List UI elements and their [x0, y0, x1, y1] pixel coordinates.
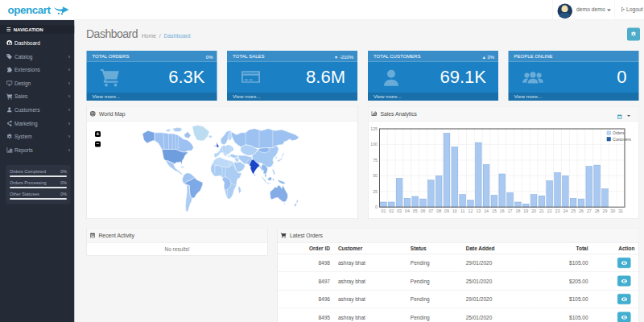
svg-text:17: 17: [508, 208, 513, 213]
svg-text:14: 14: [484, 208, 489, 213]
svg-text:02: 02: [389, 208, 394, 213]
svg-text:11: 11: [460, 208, 465, 213]
svg-text:28: 28: [595, 208, 600, 213]
svg-text:24: 24: [563, 208, 568, 213]
svg-text:15: 15: [492, 208, 497, 213]
svg-text:Customers: Customers: [613, 138, 632, 142]
svg-text:12: 12: [469, 208, 473, 213]
svg-text:50: 50: [373, 173, 378, 178]
svg-text:09: 09: [444, 208, 449, 213]
svg-text:21: 21: [539, 208, 544, 213]
svg-text:125: 125: [370, 126, 378, 131]
svg-text:25: 25: [373, 189, 378, 194]
svg-text:22: 22: [547, 208, 552, 213]
svg-text:31: 31: [618, 208, 623, 213]
svg-text:04: 04: [405, 208, 410, 213]
svg-text:19: 19: [523, 208, 528, 213]
svg-text:07: 07: [428, 208, 433, 213]
svg-text:23: 23: [555, 208, 560, 213]
svg-text:08: 08: [436, 208, 441, 213]
svg-text:25: 25: [571, 208, 576, 213]
svg-text:27: 27: [587, 208, 592, 213]
svg-text:29: 29: [603, 208, 608, 213]
svg-text:18: 18: [515, 208, 520, 213]
svg-text:0: 0: [375, 204, 378, 209]
svg-text:16: 16: [500, 208, 505, 213]
svg-text:05: 05: [413, 208, 418, 213]
svg-text:10: 10: [452, 208, 457, 213]
svg-text:Orders: Orders: [613, 131, 625, 135]
svg-text:100: 100: [370, 142, 378, 147]
svg-text:01: 01: [381, 208, 386, 213]
svg-text:13: 13: [476, 208, 481, 213]
svg-text:06: 06: [421, 208, 426, 213]
svg-text:20: 20: [531, 208, 536, 213]
svg-text:30: 30: [610, 208, 615, 213]
svg-text:03: 03: [397, 208, 402, 213]
svg-text:26: 26: [579, 208, 584, 213]
svg-text:75: 75: [373, 158, 378, 163]
